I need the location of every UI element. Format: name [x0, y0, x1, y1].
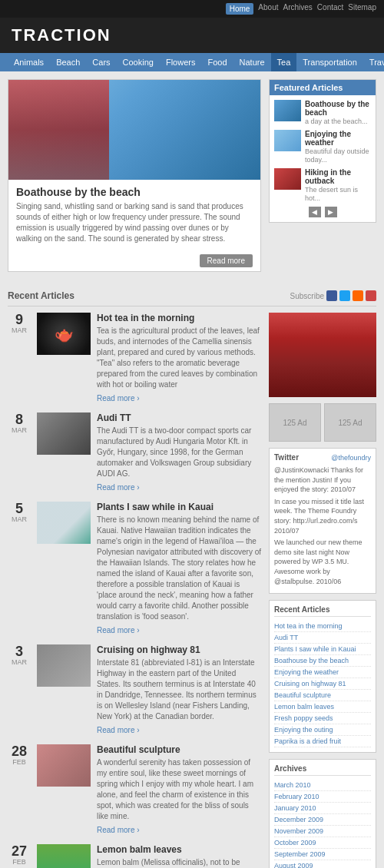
featured-slider: Boathouse by the beach Singing sand, whi…	[8, 79, 261, 272]
article-body-3: There is no known meaning behind the nam…	[97, 515, 261, 622]
article-body-1: Tea is the agricultural product of the l…	[97, 326, 261, 390]
read-more-1[interactable]: Read more	[97, 394, 140, 403]
slider-img-left	[8, 80, 109, 180]
list-item[interactable]: November 2009	[274, 826, 371, 837]
rss-icon[interactable]	[353, 290, 363, 301]
articles-list: 9 MAR Hot tea in the morning Tea is the …	[8, 313, 261, 868]
article-title-3: Plants I saw while in Kauai	[97, 502, 261, 512]
featured-articles-box: Featured Articles Boathouse by the beach…	[269, 79, 376, 223]
article-content-5: Beautiful sculpture A wonderful serenity…	[97, 744, 261, 835]
article-content-3: Plants I saw while in Kauai There is no …	[97, 502, 261, 635]
read-more-3[interactable]: Read more	[97, 626, 140, 634]
fa-navigation: ◀ ▶	[274, 207, 371, 217]
fa-thumb-1	[274, 100, 301, 121]
list-item[interactable]: Paprika is a dried fruit	[274, 736, 371, 747]
article-date-4: 3 MAR	[8, 644, 31, 666]
article-date-3: 5 MAR	[8, 502, 31, 523]
slider-column: Boathouse by the beach Singing sand, whi…	[8, 79, 261, 278]
cat-tea[interactable]: Tea	[271, 53, 297, 71]
twitter-handle[interactable]: @thefoundry	[331, 454, 371, 462]
recent-header: Recent Articles Subscribe	[8, 286, 376, 306]
article-content-4: Cruising on highway 81 Interstate 81 (ab…	[97, 644, 261, 735]
list-item[interactable]: December 2009	[274, 814, 371, 826]
list-item[interactable]: September 2009	[274, 849, 371, 860]
read-more-2[interactable]: Read more	[97, 483, 140, 492]
cat-travel[interactable]: Travel	[363, 53, 384, 71]
cat-flowers[interactable]: Flowers	[160, 53, 202, 71]
article-title-4: Cruising on highway 81	[97, 644, 261, 655]
article-thumb-2	[37, 412, 91, 455]
fa-prev-button[interactable]: ◀	[309, 207, 321, 217]
twitter-section: Twitter @thefoundry @JustinKownacki Than…	[269, 448, 376, 594]
nav-about[interactable]: About	[258, 3, 278, 15]
ad-boxes: 125 Ad 125 Ad	[269, 403, 376, 442]
article-content-2: Audi TT The Audi TT is a two-door compac…	[97, 412, 261, 492]
tweet-1: @JustinKownacki Thanks for the mention J…	[274, 465, 371, 495]
featured-area: Boathouse by the beach Singing sand, whi…	[0, 71, 384, 286]
article-body-4: Interstate 81 (abbreviated I-81) is an I…	[97, 658, 261, 722]
cat-food[interactable]: Food	[201, 53, 233, 71]
sidebar-recent-articles: Recent Articles Hot tea in the morning A…	[269, 600, 376, 753]
cat-cars[interactable]: Cars	[86, 53, 116, 71]
facebook-icon[interactable]	[326, 290, 337, 301]
read-more-5[interactable]: Read more	[97, 826, 140, 834]
article-thumb-4	[37, 644, 91, 687]
list-item[interactable]: Hot tea in the morning	[274, 621, 371, 632]
list-item[interactable]: Fresh poppy seeds	[274, 713, 371, 724]
sidebar-recent-title: Recent Articles	[274, 605, 371, 617]
nav-contact[interactable]: Contact	[317, 3, 343, 15]
article-title-1: Hot tea in the morning	[97, 313, 261, 323]
read-more-button[interactable]: Read more	[200, 254, 253, 267]
list-item[interactable]: Lemon balm leaves	[274, 701, 371, 713]
subscribe-area: Subscribe	[290, 290, 376, 301]
email-icon[interactable]	[366, 290, 376, 301]
nav-home[interactable]: Home	[226, 3, 254, 15]
ad-box-2: 125 Ad	[324, 403, 376, 442]
twitter-icon[interactable]	[339, 290, 350, 301]
cat-beach[interactable]: Beach	[50, 53, 86, 71]
article-title-5: Beautiful sculpture	[97, 744, 261, 755]
article-thumb-5	[37, 744, 91, 787]
cat-animals[interactable]: Animals	[8, 53, 50, 71]
fa-item-1: Boathouse by the beach a day at the beac…	[274, 100, 371, 125]
nav-archives[interactable]: Archives	[283, 3, 312, 15]
cat-transportation[interactable]: Transportation	[296, 53, 363, 71]
featured-title: Boathouse by the beach	[16, 186, 253, 198]
cat-cooking[interactable]: Cooking	[117, 53, 160, 71]
ad-box-1: 125 Ad	[269, 403, 321, 442]
list-item[interactable]: February 2010	[274, 791, 371, 803]
cat-nature[interactable]: Nature	[233, 53, 271, 71]
tweet-2: In case you missed it title last week. T…	[274, 497, 371, 535]
article-content-1: Hot tea in the morning Tea is the agricu…	[97, 313, 261, 403]
list-item[interactable]: January 2010	[274, 803, 371, 814]
main-wrapper: Boathouse by the beach Singing sand, whi…	[0, 71, 384, 868]
nav-sitemap[interactable]: Sitemap	[348, 3, 376, 15]
recent-section: Recent Articles Subscribe 9 MAR	[0, 286, 384, 868]
list-item[interactable]: Boathouse by the beach	[274, 655, 371, 667]
list-item[interactable]: Audi TT	[274, 632, 371, 644]
read-more-4[interactable]: Read more	[97, 726, 140, 734]
list-item[interactable]: Enjoying the weather	[274, 667, 371, 678]
list-item[interactable]: Beautiful sculpture	[274, 690, 371, 701]
archives-section: Archives March 2010 February 2010 Januar…	[269, 759, 376, 868]
article-body-2: The Audi TT is a two-door compact sports…	[97, 426, 261, 479]
list-item[interactable]: August 2009	[274, 860, 371, 868]
featured-articles-column: Featured Articles Boathouse by the beach…	[269, 79, 376, 278]
article-date-1: 9 MAR	[8, 313, 31, 334]
article-date-5: 28 FEB	[8, 744, 31, 766]
sidebar-right: 125 Ad 125 Ad Twitter @thefoundry @Justi…	[269, 313, 376, 868]
list-item[interactable]: Plants I saw while in Kauai	[274, 644, 371, 655]
list-item[interactable]: March 2010	[274, 780, 371, 791]
list-item[interactable]: October 2009	[274, 837, 371, 849]
article-date-2: 8 MAR	[8, 412, 31, 434]
article-body-5: A wonderful serenity has taken possessio…	[97, 757, 261, 822]
archives-list: March 2010 February 2010 January 2010 De…	[274, 780, 371, 868]
fa-thumb-3	[274, 168, 301, 190]
list-item[interactable]: Enjoying the outing	[274, 724, 371, 736]
fa-text-3: Hiking in the outback The desert sun is …	[305, 168, 371, 202]
fa-next-button[interactable]: ▶	[325, 207, 337, 217]
list-item[interactable]: Cruising on highway 81	[274, 678, 371, 690]
featured-articles-title: Featured Articles	[270, 80, 376, 95]
fa-item-2: Enjoying the weather Beautiful day outsi…	[274, 130, 371, 164]
fa-thumb-2	[274, 130, 301, 151]
